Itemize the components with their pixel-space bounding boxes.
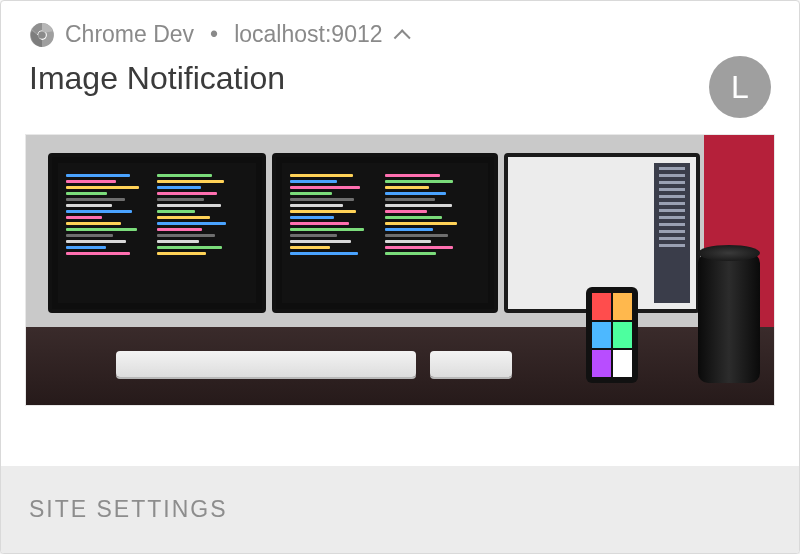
chrome-dev-icon xyxy=(29,22,55,48)
avatar: L xyxy=(709,56,771,118)
separator-dot: • xyxy=(204,21,224,48)
notification-image xyxy=(25,134,775,406)
avatar-letter: L xyxy=(731,69,749,106)
notification-header[interactable]: Chrome Dev • localhost:9012 xyxy=(1,1,799,52)
notification-card: Chrome Dev • localhost:9012 Image Notifi… xyxy=(0,0,800,554)
notification-title: Image Notification xyxy=(29,56,285,97)
app-name: Chrome Dev xyxy=(65,21,194,48)
notification-image-container xyxy=(1,124,799,430)
origin-host: localhost:9012 xyxy=(234,21,382,48)
site-settings-button[interactable]: SITE SETTINGS xyxy=(1,466,799,553)
chevron-up-icon xyxy=(393,29,410,46)
title-row: Image Notification L xyxy=(1,52,799,124)
site-settings-label: SITE SETTINGS xyxy=(29,496,228,522)
